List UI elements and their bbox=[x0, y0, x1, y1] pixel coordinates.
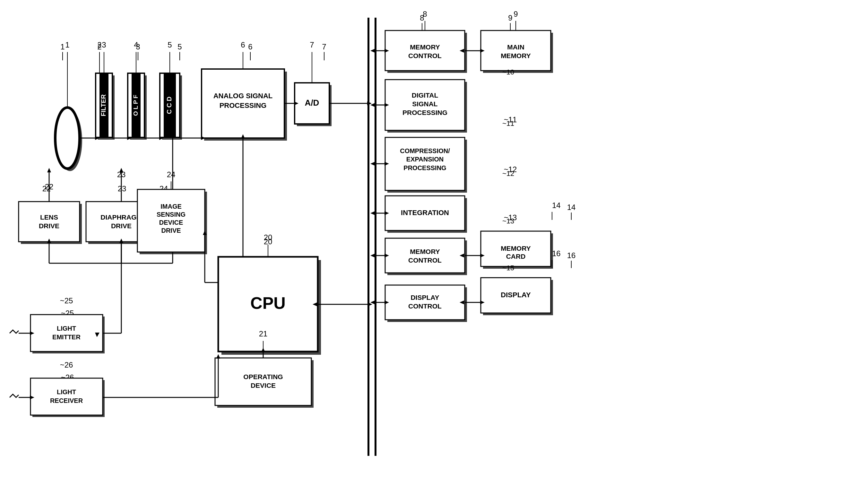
compression-label3: PROCESSING bbox=[404, 164, 446, 171]
image-sensing-label3: DEVICE bbox=[159, 219, 183, 226]
main-memory-label: MAIN bbox=[507, 43, 525, 51]
ref-1: 1 bbox=[60, 43, 64, 51]
memory-control-top-label2: CONTROL bbox=[408, 52, 442, 59]
ref-4-num: 5 bbox=[168, 40, 172, 49]
diaphragm-drive-label2: DRIVE bbox=[111, 222, 132, 229]
memory-card-label: MEMORY bbox=[501, 244, 531, 252]
ref-6-num: 6 bbox=[241, 40, 245, 49]
ref-8-num: 8 bbox=[423, 10, 427, 18]
light-emitter-label2: EMITTER bbox=[52, 334, 81, 340]
ref-7: 7 bbox=[322, 43, 326, 51]
diaphragm-drive-label: DIAPHRAGM bbox=[100, 214, 142, 221]
memory-card-label2: CARD bbox=[506, 253, 526, 260]
memory-control-top-label: MEMORY bbox=[410, 43, 440, 51]
lens-shape bbox=[55, 108, 80, 169]
ref-3-num: 4 bbox=[134, 40, 138, 49]
ref-25-num: ~25 bbox=[60, 296, 73, 305]
adc-label: A/D bbox=[305, 98, 319, 108]
ref-9-num: 9 bbox=[514, 10, 518, 18]
digital-signal-label3: PROCESSING bbox=[403, 109, 447, 116]
ref-13-label: ~13 bbox=[502, 217, 514, 225]
lens-drive-block bbox=[19, 202, 80, 242]
memory-control-bot-label: MEMORY bbox=[410, 248, 440, 255]
image-sensing-label2: SENSING bbox=[157, 211, 185, 218]
ref-5: 5 bbox=[178, 43, 182, 51]
ref-2-num: 3 bbox=[102, 40, 106, 49]
light-emitter-label: LIGHT bbox=[57, 325, 76, 332]
operating-device-label2: DEVICE bbox=[251, 382, 276, 389]
light-emitter-block bbox=[31, 315, 103, 351]
digital-signal-label: DIGITAL bbox=[412, 92, 439, 99]
display-label: DISPLAY bbox=[501, 291, 531, 299]
light-receiver-label: LIGHT bbox=[57, 388, 76, 396]
filter-label: FILTER bbox=[100, 94, 107, 116]
lens-drive-label2: DRIVE bbox=[39, 222, 59, 229]
light-receiver-block bbox=[31, 378, 103, 415]
ref-9: 9 bbox=[508, 13, 512, 22]
compression-label: COMPRESSION/ bbox=[400, 147, 450, 154]
compression-label2: EXPANSION bbox=[406, 156, 444, 163]
ref-15-label: ~15 bbox=[502, 264, 514, 272]
olpf-label: O L P F bbox=[132, 95, 139, 116]
light-receiver-label2: RECEIVER bbox=[50, 397, 83, 404]
image-sensing-label4: DRIVE bbox=[161, 227, 181, 234]
analog-signal-label2: PROCESSING bbox=[219, 101, 267, 109]
ref-10-label: ~10 bbox=[502, 68, 514, 76]
ref-14-num: 14 bbox=[552, 201, 561, 209]
ccd-label: C C D bbox=[166, 97, 173, 114]
ref-22-num: 22 bbox=[45, 182, 53, 191]
ref-20-num: 20 bbox=[264, 233, 273, 242]
ref-7-num: 7 bbox=[310, 40, 314, 49]
ref-14: 14 bbox=[567, 203, 576, 212]
ref-26-num: ~26 bbox=[60, 360, 73, 369]
ref-1-num: 1 bbox=[65, 40, 69, 49]
digital-signal-label2: SIGNAL bbox=[412, 100, 438, 108]
ref-24-num: 24 bbox=[167, 170, 176, 179]
ref-6: 6 bbox=[248, 43, 252, 51]
diagram-container: 1 2 3 5 6 7 8 9 ~10 ~11 ~12 ~13 14 ~15 1… bbox=[0, 0, 864, 504]
ref-21-num: 21 bbox=[259, 329, 268, 338]
display-control-label2: CONTROL bbox=[408, 302, 442, 310]
integration-label: INTEGRATION bbox=[401, 209, 449, 217]
lens-drive-label: LENS bbox=[40, 214, 58, 221]
memory-control-bot-block bbox=[385, 238, 465, 273]
ref-12-label: ~12 bbox=[502, 169, 514, 178]
display-control-label: DISPLAY bbox=[410, 294, 439, 301]
memory-control-bot-label2: CONTROL bbox=[408, 256, 442, 264]
analog-signal-label: ANALOG SIGNAL bbox=[214, 92, 273, 100]
cpu-label: CPU bbox=[250, 294, 286, 312]
ref-16: 16 bbox=[567, 251, 576, 260]
ref-11-label: ~11 bbox=[502, 119, 514, 128]
compression-block bbox=[385, 137, 465, 190]
ref-23-num: 23 bbox=[117, 170, 126, 179]
operating-device-label: OPERATING bbox=[243, 373, 283, 381]
ref-16-num: 16 bbox=[552, 249, 561, 258]
image-sensing-label: IMAGE bbox=[160, 203, 182, 210]
main-memory-label2: MEMORY bbox=[501, 52, 531, 59]
ref-2b-num: 2 bbox=[97, 40, 101, 49]
ref-23: 23 bbox=[118, 184, 127, 193]
